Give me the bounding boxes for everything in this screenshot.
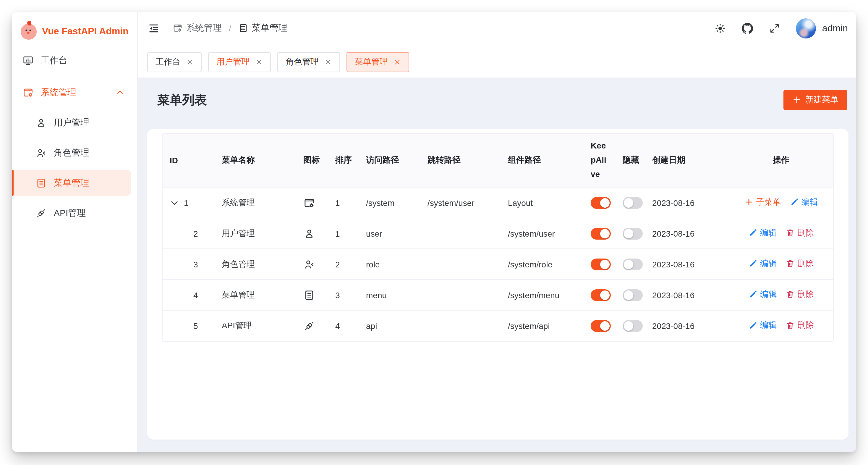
col-redirect: 跳转路径 [421, 134, 501, 187]
cell-order: 3 [328, 280, 359, 311]
menu-icon [303, 289, 315, 301]
user-menu[interactable]: admin [796, 18, 848, 38]
app-logo[interactable]: Vue FastAPI Admin [12, 12, 137, 45]
cell-id: 5 [193, 321, 198, 331]
keepalive-toggle[interactable] [591, 289, 611, 301]
cell-order: 2 [328, 249, 359, 280]
edit-button[interactable]: 编辑 [789, 197, 818, 208]
app-title: Vue FastAPI Admin [42, 26, 129, 37]
trash-icon [785, 321, 795, 330]
tab-label: 菜单管理 [355, 57, 388, 67]
add-submenu-label: 子菜单 [756, 197, 781, 208]
cell-redirect [421, 218, 501, 249]
cell-order: 1 [328, 218, 359, 249]
cell-id: 3 [193, 259, 198, 269]
tab-menus[interactable]: 菜单管理 [346, 52, 409, 72]
sidebar-item-menus[interactable]: 菜单管理 [12, 170, 131, 196]
cell-component: /system/role [501, 249, 584, 280]
cell-id: 2 [193, 229, 198, 238]
menu-icon [238, 23, 248, 33]
tab-users[interactable]: 用户管理 [208, 52, 271, 72]
edit-button[interactable]: 编辑 [748, 289, 777, 300]
hidden-toggle[interactable] [623, 228, 643, 239]
keepalive-toggle[interactable] [591, 228, 611, 239]
hidden-toggle[interactable] [623, 258, 643, 270]
delete-label: 删除 [797, 289, 814, 300]
delete-button[interactable]: 删除 [785, 320, 814, 331]
edit-button[interactable]: 编辑 [748, 228, 777, 238]
cell-component: Layout [501, 187, 584, 218]
github-icon[interactable] [742, 22, 753, 34]
delete-label: 删除 [797, 259, 814, 269]
cell-path: menu [359, 280, 421, 311]
cell-path: role [359, 249, 421, 280]
cell-created: 2023-08-16 [645, 249, 726, 280]
topbar: 系统管理 / 菜单管理 admin [138, 12, 856, 45]
breadcrumb-menus[interactable]: 菜单管理 [238, 23, 287, 34]
collapse-row-icon[interactable] [170, 198, 179, 207]
cell-path: api [359, 311, 421, 341]
page-title: 菜单列表 [157, 91, 207, 108]
stage: Vue FastAPI Admin 工作台 系统管理 用户管理 角色管理 [0, 0, 868, 465]
sidebar-item-system[interactable]: 系统管理 [12, 79, 131, 105]
new-menu-button-label: 新建菜单 [805, 94, 838, 105]
col-path: 访问路径 [359, 134, 421, 187]
cell-component: /system/menu [501, 280, 584, 311]
page-content: 菜单列表 新建菜单 I [138, 78, 856, 452]
cell-created: 2023-08-16 [645, 280, 726, 311]
delete-button[interactable]: 删除 [785, 228, 814, 238]
sidebar-item-users[interactable]: 用户管理 [12, 110, 131, 136]
sidebar-item-roles[interactable]: 角色管理 [12, 140, 131, 166]
tab-label: 用户管理 [216, 57, 250, 67]
keepalive-toggle[interactable] [591, 197, 611, 208]
topbar-right: admin [715, 18, 848, 38]
hidden-toggle[interactable] [623, 197, 643, 208]
api-icon [303, 320, 315, 332]
table-row: 3 角色管理 2 role /system/role 2023-08-16 [163, 249, 834, 280]
delete-label: 删除 [797, 228, 814, 238]
theme-sun-icon[interactable] [715, 22, 726, 34]
collapse-sidebar-icon[interactable] [148, 22, 160, 34]
new-menu-button[interactable]: 新建菜单 [783, 90, 847, 110]
edit-label: 编辑 [760, 289, 777, 300]
screenshot-viewport: Vue FastAPI Admin 工作台 系统管理 用户管理 角色管理 [0, 0, 868, 465]
sidebar-item-workbench[interactable]: 工作台 [12, 47, 131, 74]
cell-component: /system/user [501, 218, 584, 249]
cell-redirect [421, 249, 501, 280]
delete-button[interactable]: 删除 [785, 259, 814, 269]
edit-button[interactable]: 编辑 [748, 259, 777, 269]
app-window: Vue FastAPI Admin 工作台 系统管理 用户管理 角色管理 [12, 12, 856, 452]
close-icon[interactable] [255, 59, 262, 66]
role-icon [303, 258, 315, 270]
tab-bar: 工作台 用户管理 角色管理 菜单管理 [138, 45, 856, 78]
delete-button[interactable]: 删除 [785, 289, 814, 300]
fullscreen-icon[interactable] [769, 22, 781, 34]
close-icon[interactable] [394, 59, 401, 66]
col-component: 组件路径 [501, 134, 584, 187]
cell-component: /system/api [501, 311, 584, 341]
menu-table-container: ID 菜单名称 图标 排序 访问路径 跳转路径 组件路径 KeepAlive 隐… [162, 133, 834, 342]
cell-created: 2023-08-16 [645, 311, 726, 341]
close-icon[interactable] [186, 59, 193, 66]
edit-button[interactable]: 编辑 [748, 320, 777, 331]
workbench-icon [23, 55, 34, 66]
table-header-row: ID 菜单名称 图标 排序 访问路径 跳转路径 组件路径 KeepAlive 隐… [163, 134, 834, 187]
cell-redirect [421, 311, 501, 341]
keepalive-toggle[interactable] [591, 320, 611, 332]
close-icon[interactable] [324, 59, 332, 66]
keepalive-toggle[interactable] [591, 258, 611, 270]
sidebar-item-label: 角色管理 [54, 147, 89, 158]
delete-label: 删除 [797, 320, 814, 331]
hidden-toggle[interactable] [623, 320, 643, 332]
api-icon [35, 207, 47, 219]
tab-label: 角色管理 [286, 57, 319, 67]
add-submenu-button[interactable]: 子菜单 [744, 197, 781, 208]
edit-label: 编辑 [760, 320, 777, 331]
cell-name: API管理 [215, 311, 296, 341]
breadcrumb-system[interactable]: 系统管理 [173, 23, 222, 34]
sidebar-item-api[interactable]: API管理 [12, 200, 131, 226]
tab-roles[interactable]: 角色管理 [277, 52, 340, 72]
tab-workbench[interactable]: 工作台 [147, 52, 202, 72]
sidebar: Vue FastAPI Admin 工作台 系统管理 用户管理 角色管理 [12, 12, 138, 452]
hidden-toggle[interactable] [623, 289, 643, 301]
